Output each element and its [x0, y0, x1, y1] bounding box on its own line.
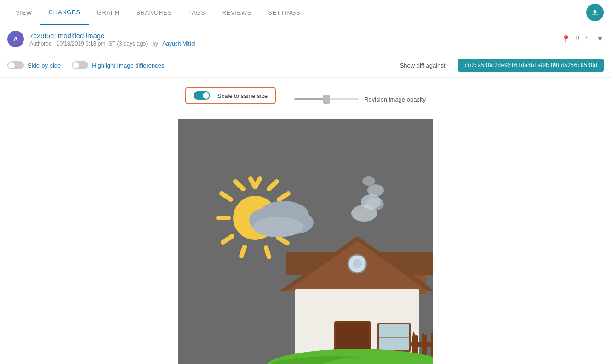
- image-area: Scale to same size Revision image opacit…: [0, 78, 611, 364]
- side-by-side-toggle-group[interactable]: Side-by-side: [7, 61, 61, 69]
- highlight-toggle-group[interactable]: Highlight Image differences: [72, 61, 164, 69]
- scale-label: Scale to same size: [217, 92, 268, 99]
- commit-message: modified image: [58, 32, 105, 40]
- chevron-down-icon[interactable]: ▼: [596, 35, 604, 43]
- image-display: [178, 119, 433, 364]
- commit-actions: 📍 ⑂ 🏷 ▼: [561, 35, 604, 44]
- opacity-slider[interactable]: [294, 98, 359, 100]
- diff-hash-button[interactable]: cb7ca508c2de96f6fda3bfa84c89bd5256c8508d: [458, 59, 604, 72]
- nav-graph[interactable]: GRAPH: [89, 0, 128, 25]
- commit-hash[interactable]: 7c29f5e: [29, 32, 54, 40]
- side-by-side-toggle[interactable]: [7, 61, 24, 69]
- house-image: [178, 119, 433, 364]
- scale-controls: Scale to same size: [185, 87, 276, 104]
- scale-toggle[interactable]: [194, 91, 210, 100]
- commit-info: 7c29f5e: modified image Authored 10/18/2…: [29, 32, 561, 47]
- side-by-side-label: Side-by-side: [28, 62, 61, 69]
- top-navigation: VIEW CHANGES GRAPH BRANCHES TAGS REVIEWS…: [0, 0, 611, 25]
- svg-point-17: [253, 217, 303, 237]
- nav-view[interactable]: VIEW: [7, 0, 40, 25]
- commit-bar: A 7c29f5e: modified image Authored 10/18…: [0, 25, 611, 53]
- svg-line-7: [241, 247, 245, 256]
- branch-icon[interactable]: ⑂: [575, 35, 580, 43]
- svg-point-22: [365, 198, 384, 210]
- opacity-slider-group: Revision image opacity: [294, 96, 426, 103]
- commit-author[interactable]: Aayush Mittai: [162, 40, 195, 47]
- svg-point-37: [353, 259, 362, 268]
- authored-label: Authored: [29, 40, 52, 47]
- svg-line-8: [266, 248, 269, 257]
- opacity-label: Revision image opacity: [364, 96, 426, 103]
- nav-branches[interactable]: BRANCHES: [128, 0, 180, 25]
- avatar: A: [7, 31, 24, 47]
- commit-date: 10/18/2019 6:18 pm IST (3 days ago): [57, 40, 148, 47]
- highlight-toggle[interactable]: [72, 61, 88, 69]
- nav-settings[interactable]: SETTINGS: [260, 0, 308, 25]
- by-label: by: [152, 40, 158, 47]
- svg-rect-42: [411, 342, 433, 347]
- nav-reviews[interactable]: REVIEWS: [214, 0, 260, 25]
- controls-bar: Side-by-side Highlight Image differences…: [0, 53, 611, 78]
- svg-point-20: [362, 176, 375, 186]
- tag-icon[interactable]: 🏷: [584, 35, 592, 43]
- show-diff-label: Show diff against:: [400, 62, 447, 69]
- svg-point-19: [367, 184, 384, 196]
- download-button[interactable]: [586, 4, 604, 21]
- nav-changes[interactable]: CHANGES: [40, 0, 89, 25]
- highlight-label: Highlight Image differences: [92, 62, 164, 69]
- download-icon: [591, 8, 599, 17]
- location-icon[interactable]: 📍: [561, 35, 571, 44]
- commit-title: 7c29f5e: modified image: [29, 32, 561, 40]
- commit-meta: Authored 10/18/2019 6:18 pm IST (3 days …: [29, 40, 561, 47]
- nav-tags[interactable]: TAGS: [180, 0, 214, 25]
